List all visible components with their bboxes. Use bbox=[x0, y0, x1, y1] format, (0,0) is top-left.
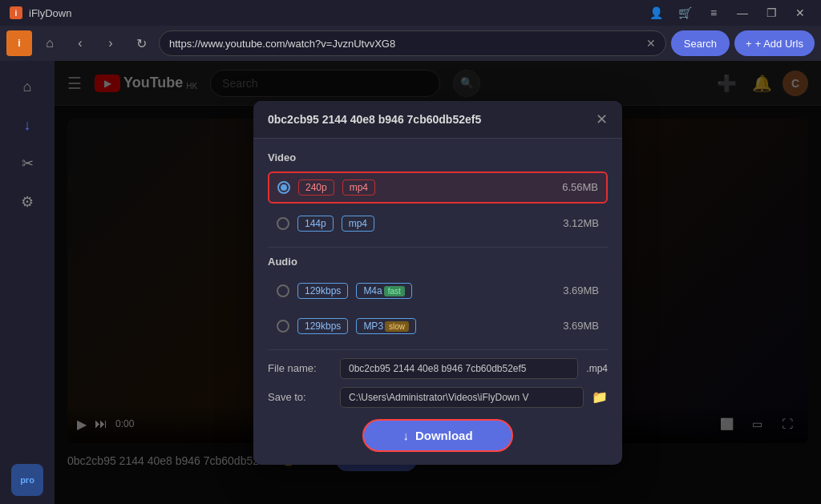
format-tag-mp4-240: mp4 bbox=[342, 179, 375, 196]
radio-240p-inner bbox=[281, 184, 287, 191]
close-button[interactable]: ✕ bbox=[789, 5, 811, 21]
forward-button[interactable]: › bbox=[98, 30, 123, 56]
filename-row: File name: 0bc2cb95 2144 40e8 b946 7cb60… bbox=[268, 358, 608, 379]
filesize-240p: 6.56MB bbox=[562, 181, 598, 193]
format-tag-m4a: M4afast bbox=[356, 283, 411, 299]
slow-badge: slow bbox=[385, 321, 409, 332]
pro-label: pro bbox=[20, 475, 34, 485]
modal-header: 0bc2cb95 2144 40e8 b946 7cb60db52ef5 ✕ bbox=[253, 101, 622, 139]
menu-icon-btn[interactable]: ≡ bbox=[702, 5, 725, 21]
app-sidebar: ⌂ ↓ ✂ ⚙ pro bbox=[0, 61, 55, 504]
folder-button[interactable]: 📁 bbox=[592, 389, 608, 405]
quality-row-144p[interactable]: 144p mp4 3.12MB bbox=[268, 208, 608, 239]
filesize-mp3: 3.69MB bbox=[563, 320, 599, 332]
download-btn-wrapper: ↓ Download bbox=[268, 419, 608, 452]
format-tag-mp3: MP3slow bbox=[356, 318, 416, 334]
minimize-button[interactable]: — bbox=[731, 5, 754, 21]
app-title: iFlyDown bbox=[29, 7, 638, 19]
download-button[interactable]: ↓ Download bbox=[362, 419, 512, 452]
back-button[interactable]: ‹ bbox=[67, 30, 93, 56]
filename-input[interactable]: 0bc2cb95 2144 40e8 b946 7cb60db52ef5 bbox=[340, 358, 578, 379]
sidebar-settings-button[interactable]: ⚙ bbox=[10, 184, 45, 220]
audio-section-label: Audio bbox=[268, 256, 608, 268]
maximize-button[interactable]: ❐ bbox=[760, 5, 783, 21]
filesize-m4a: 3.69MB bbox=[563, 284, 599, 296]
cart-icon-btn[interactable]: 🛒 bbox=[673, 5, 696, 21]
radio-144p bbox=[277, 217, 289, 230]
add-icon: + bbox=[746, 38, 752, 50]
divider-1 bbox=[268, 247, 608, 248]
url-text: https://www.youtube.com/watch?v=JvznUtvv… bbox=[169, 38, 640, 50]
filesize-144p: 3.12MB bbox=[563, 217, 599, 229]
saveto-input[interactable]: C:\Users\Administrator\Videos\iFlyDown V bbox=[340, 387, 584, 408]
sidebar-home-button[interactable]: ⌂ bbox=[10, 69, 45, 104]
add-urls-label: + Add Urls bbox=[755, 38, 803, 50]
browser-content: ☰ ▶ YouTube HK Search 🔍 ➕ 🔔 C bbox=[55, 61, 821, 504]
radio-mp3 bbox=[277, 320, 289, 333]
main-area: ⌂ ↓ ✂ ⚙ pro ☰ ▶ YouTube HK Search 🔍 bbox=[0, 61, 821, 504]
divider-2 bbox=[268, 349, 608, 350]
modal-body: Video 240p mp4 6.56MB 144p mp bbox=[253, 139, 622, 465]
saveto-row: Save to: C:\Users\Administrator\Videos\i… bbox=[268, 387, 608, 408]
browser-toolbar: i ⌂ ‹ › ↻ https://www.youtube.com/watch?… bbox=[0, 26, 821, 61]
app-logo-btn[interactable]: i bbox=[6, 30, 32, 56]
add-urls-button[interactable]: + + Add Urls bbox=[734, 30, 815, 56]
modal-close-button[interactable]: ✕ bbox=[596, 112, 608, 127]
quality-row-mp3[interactable]: 129kbps MP3slow 3.69MB bbox=[268, 311, 608, 341]
download-arrow-icon: ↓ bbox=[402, 429, 409, 442]
format-tag-mp4-144: mp4 bbox=[342, 216, 374, 232]
filename-label: File name: bbox=[268, 362, 332, 374]
modal-title: 0bc2cb95 2144 40e8 b946 7cb60db52ef5 bbox=[268, 113, 481, 126]
refresh-button[interactable]: ↻ bbox=[128, 30, 154, 56]
quality-row-240p[interactable]: 240p mp4 6.56MB bbox=[268, 171, 608, 204]
filename-ext: .mp4 bbox=[586, 363, 608, 374]
bitrate-tag-mp3: 129kbps bbox=[297, 318, 348, 334]
resolution-tag-144p: 144p bbox=[297, 216, 334, 232]
modal-overlay: 0bc2cb95 2144 40e8 b946 7cb60db52ef5 ✕ V… bbox=[55, 61, 821, 504]
resolution-tag-240p: 240p bbox=[298, 179, 334, 196]
download-label: Download bbox=[415, 429, 473, 442]
home-button[interactable]: ⌂ bbox=[37, 30, 63, 56]
title-bar: i iFlyDown 👤 🛒 ≡ — ❐ ✕ bbox=[0, 0, 821, 26]
bitrate-tag-m4a: 129kbps bbox=[297, 283, 348, 299]
radio-m4a bbox=[277, 284, 289, 297]
radio-240p bbox=[277, 181, 290, 194]
saveto-label: Save to: bbox=[268, 391, 332, 403]
app-icon: i bbox=[10, 6, 22, 19]
quality-row-m4a[interactable]: 129kbps M4afast 3.69MB bbox=[268, 276, 608, 306]
sidebar-scissors-button[interactable]: ✂ bbox=[10, 146, 45, 181]
pro-badge[interactable]: pro bbox=[11, 464, 43, 496]
sidebar-download-button[interactable]: ↓ bbox=[10, 107, 45, 143]
video-section-label: Video bbox=[268, 151, 608, 163]
fast-badge: fast bbox=[384, 286, 405, 296]
user-icon-btn[interactable]: 👤 bbox=[645, 5, 667, 21]
search-button[interactable]: Search bbox=[671, 30, 730, 56]
download-modal: 0bc2cb95 2144 40e8 b946 7cb60db52ef5 ✕ V… bbox=[253, 101, 622, 465]
url-clear-button[interactable]: ✕ bbox=[646, 37, 656, 50]
url-bar: https://www.youtube.com/watch?v=JvznUtvv… bbox=[159, 30, 666, 56]
